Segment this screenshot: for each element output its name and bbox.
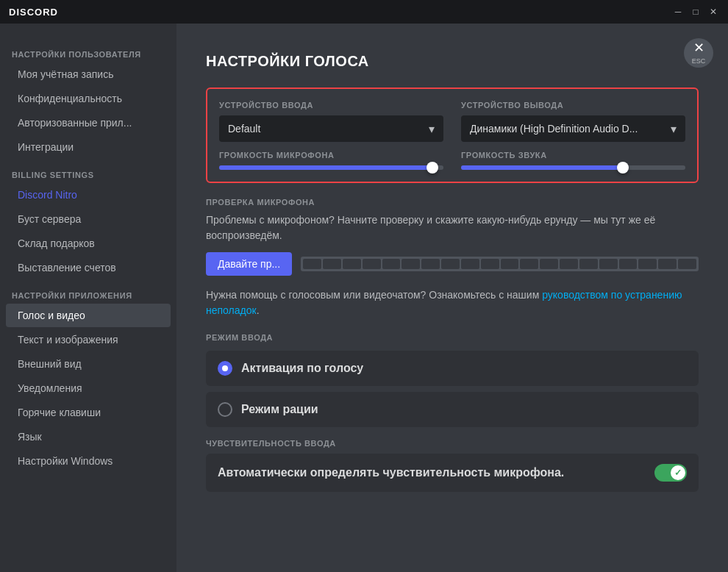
input-mode-section: РЕЖИМ ВВОДА Активация по голосу Режим ра… (206, 333, 699, 427)
sidebar-item-language[interactable]: Язык (6, 425, 171, 448)
output-device-label: УСТРОЙСТВО ВЫВОДА (461, 101, 685, 110)
input-device-select[interactable]: Default (219, 115, 443, 142)
input-device-label: УСТРОЙСТВО ВВОДА (219, 101, 443, 110)
level-seg-6 (402, 259, 420, 269)
sidebar-item-integrations[interactable]: Интеграции (6, 135, 171, 159)
input-device-select-wrapper[interactable]: Default (219, 115, 443, 142)
mic-volume-label: ГРОМКОСТЬ МИКРОФОНА (219, 151, 443, 160)
device-row: УСТРОЙСТВО ВВОДА Default ГРОМКОСТЬ МИКРО… (219, 101, 685, 170)
app-layout: НАСТРОЙКИ ПОЛЬЗОВАТЕЛЯ Моя учётная запис… (0, 24, 728, 572)
mic-test-row: Давайте пр... (206, 252, 699, 276)
output-volume-section: ГРОМКОСТЬ ЗВУКА (461, 151, 685, 170)
output-volume-thumb[interactable] (617, 162, 629, 174)
sidebar-item-apps[interactable]: Авторизованные прил... (6, 111, 171, 135)
sidebar-item-windows[interactable]: Настройки Windows (6, 449, 171, 473)
level-seg-14 (560, 259, 578, 269)
mic-volume-track[interactable] (219, 165, 443, 170)
sidebar-item-gifts[interactable]: Склад подарков (6, 232, 171, 255)
app-settings-section-title: НАСТРОЙКИ ПРИЛОЖЕНИЯ (0, 285, 176, 303)
radio-walkie-circle (218, 402, 232, 417)
radio-walkie-label: Режим рации (241, 403, 318, 416)
level-seg-8 (441, 259, 460, 269)
radio-voice-circle (218, 361, 232, 376)
sidebar-item-text[interactable]: Текст и изображения (6, 328, 171, 351)
sensitivity-label: Автоматически определять чувствительност… (218, 466, 564, 479)
esc-label: ESC (692, 57, 706, 65)
billing-settings-section-title: BILLING SETTINGS (0, 165, 176, 182)
output-device-select[interactable]: Динамики (High Definition Audio D... (461, 115, 685, 142)
level-seg-1 (303, 259, 321, 269)
page-title: НАСТРОЙКИ ГОЛОСА (206, 53, 699, 70)
level-seg-5 (382, 259, 401, 269)
sidebar-item-billing[interactable]: Выставление счетов (6, 256, 171, 279)
mic-volume-fill (219, 165, 432, 170)
sidebar-item-notifications[interactable]: Уведомления (6, 376, 171, 400)
level-seg-10 (481, 259, 499, 269)
radio-voice-option[interactable]: Активация по голосу (206, 351, 699, 386)
minimize-button[interactable]: ─ (672, 6, 684, 18)
sidebar: НАСТРОЙКИ ПОЛЬЗОВАТЕЛЯ Моя учётная запис… (0, 24, 176, 572)
sidebar-item-hotkeys[interactable]: Горячие клавиши (6, 401, 171, 424)
sensitivity-title: ЧУВСТВИТЕЛЬНОСТЬ ВВОДА (206, 439, 699, 448)
level-seg-15 (579, 259, 598, 269)
sidebar-item-privacy[interactable]: Конфиденциальность (6, 87, 171, 110)
mic-level-bar (301, 257, 699, 271)
output-device-col: УСТРОЙСТВО ВЫВОДА Динамики (High Definit… (461, 101, 685, 170)
sidebar-item-appearance[interactable]: Внешний вид (6, 352, 171, 376)
level-seg-18 (638, 259, 657, 269)
input-output-section: УСТРОЙСТВО ВВОДА Default ГРОМКОСТЬ МИКРО… (206, 87, 699, 183)
level-seg-3 (343, 259, 361, 269)
sensitivity-row: Автоматически определять чувствительност… (206, 454, 699, 492)
maximize-button[interactable]: □ (690, 6, 702, 18)
sidebar-item-nitro[interactable]: Discord Nitro (6, 183, 171, 207)
level-seg-13 (540, 259, 558, 269)
level-seg-16 (599, 259, 618, 269)
level-seg-4 (363, 259, 381, 269)
output-volume-track[interactable] (461, 165, 685, 170)
level-seg-19 (658, 259, 677, 269)
level-seg-17 (619, 259, 638, 269)
auto-sensitivity-toggle[interactable] (654, 464, 687, 482)
window-controls: ─ □ ✕ (672, 6, 719, 18)
input-device-col: УСТРОЙСТВО ВВОДА Default ГРОМКОСТЬ МИКРО… (219, 101, 443, 170)
mic-check-title: ПРОВЕРКА МИКРОФОНА (206, 198, 699, 207)
help-text: Нужна помощь с голосовым или видеочатом?… (206, 287, 699, 318)
sidebar-item-account[interactable]: Моя учётная запись (6, 62, 171, 86)
mic-volume-thumb[interactable] (427, 162, 438, 174)
level-seg-2 (323, 259, 341, 269)
help-text-after: . (257, 304, 260, 316)
level-seg-20 (678, 259, 696, 269)
level-seg-11 (501, 259, 519, 269)
radio-voice-label: Активация по голосу (241, 362, 363, 375)
sidebar-item-boost[interactable]: Буст сервера (6, 207, 171, 231)
test-mic-button[interactable]: Давайте пр... (206, 252, 292, 276)
sensitivity-section: ЧУВСТВИТЕЛЬНОСТЬ ВВОДА Автоматически опр… (206, 439, 699, 492)
output-volume-label: ГРОМКОСТЬ ЗВУКА (461, 151, 685, 160)
close-window-button[interactable]: ✕ (707, 6, 719, 18)
sidebar-item-voice[interactable]: Голос и видео (6, 304, 171, 327)
level-seg-12 (520, 259, 538, 269)
toggle-thumb (671, 465, 685, 480)
app-title: DISCORD (9, 7, 58, 18)
help-text-before: Нужна помощь с голосовым или видеочатом?… (206, 289, 542, 301)
titlebar: DISCORD ─ □ ✕ (0, 0, 728, 24)
mic-check-section: ПРОВЕРКА МИКРОФОНА Проблемы с микрофоном… (206, 198, 699, 318)
level-seg-7 (421, 259, 440, 269)
mic-volume-section: ГРОМКОСТЬ МИКРОФОНА (219, 151, 443, 170)
level-seg-9 (461, 259, 479, 269)
user-settings-section-title: НАСТРОЙКИ ПОЛЬЗОВАТЕЛЯ (0, 44, 176, 62)
radio-walkie-option[interactable]: Режим рации (206, 392, 699, 427)
main-content: НАСТРОЙКИ ГОЛОСА ✕ ESC УСТРОЙСТВО ВВОДА … (176, 24, 728, 572)
input-mode-title: РЕЖИМ ВВОДА (206, 333, 699, 342)
output-device-select-wrapper[interactable]: Динамики (High Definition Audio D... (461, 115, 685, 142)
output-volume-fill (461, 165, 623, 170)
close-settings-button[interactable]: ✕ ESC (684, 38, 713, 68)
close-icon: ✕ (693, 41, 704, 54)
mic-check-desc: Проблемы с микрофоном? Начните проверку … (206, 212, 699, 243)
